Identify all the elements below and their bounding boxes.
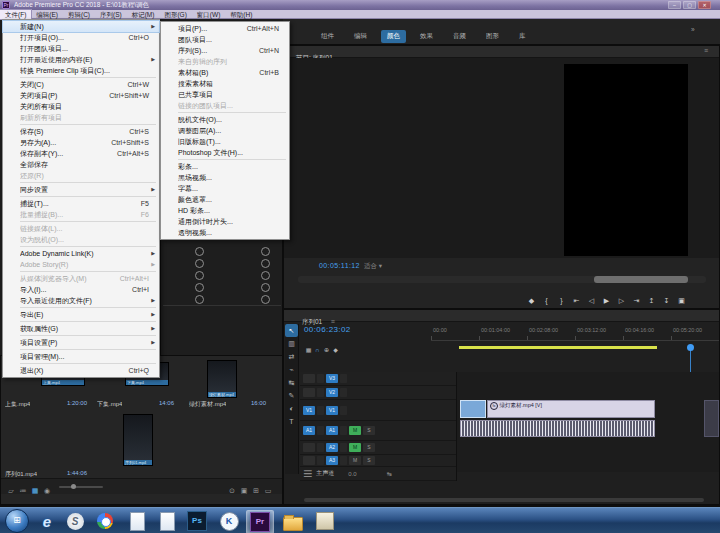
project-item-3[interactable]: 序列01.mp4序列01.mp41:44:06 bbox=[5, 410, 281, 480]
audio-clip[interactable] bbox=[460, 420, 655, 437]
delete-icon[interactable]: ▭ bbox=[262, 487, 274, 495]
menubar-item-5[interactable]: 图形(G) bbox=[159, 10, 191, 19]
source-patch-v3[interactable] bbox=[303, 374, 315, 383]
file-menu-item-open-team-project[interactable]: 打开团队项目... bbox=[3, 43, 159, 54]
track-header-v2[interactable]: V2 bbox=[300, 386, 456, 400]
minimize-button[interactable]: – bbox=[668, 1, 681, 9]
file-menu-item-close-project[interactable]: 关闭项目(P)Ctrl+Shift+W bbox=[3, 90, 159, 101]
file-menu-item-open-project[interactable]: 打开项目(O)...Ctrl+O bbox=[3, 32, 159, 43]
mark-out-icon[interactable]: } bbox=[554, 297, 569, 304]
track-lock-icon[interactable] bbox=[317, 426, 324, 435]
file-menu-item-open-recent[interactable]: 打开最近使用的内容(E)▶ bbox=[3, 54, 159, 65]
mute-button-a2[interactable]: M bbox=[349, 443, 361, 452]
track-target-a1[interactable]: A1 bbox=[326, 426, 338, 435]
track-lock-icon[interactable] bbox=[317, 443, 324, 452]
program-scrollbar-handle[interactable] bbox=[594, 276, 688, 283]
workspace-tab-效果[interactable]: 效果 bbox=[414, 30, 439, 43]
new-submenu-item-hd-bars[interactable]: HD 彩条... bbox=[161, 205, 289, 216]
readonly-toggle-icon[interactable]: ▱ bbox=[5, 487, 17, 495]
pen-tool[interactable]: ✎ bbox=[285, 389, 298, 402]
new-submenu-item-photoshop-file[interactable]: Photoshop 文件(H)... bbox=[161, 147, 289, 158]
add-marker-icon[interactable]: ◆ bbox=[524, 297, 539, 305]
file-menu-item-close-all-projects[interactable]: 关闭所有项目 bbox=[3, 101, 159, 112]
sync-lock-icon[interactable] bbox=[340, 456, 347, 465]
chrome-icon[interactable] bbox=[97, 513, 113, 529]
track-target-a2[interactable]: A2 bbox=[326, 443, 338, 452]
go-to-out-icon[interactable]: ⇥ bbox=[629, 297, 644, 305]
knob-icon[interactable] bbox=[261, 271, 270, 280]
file-menu-item-project-manager[interactable]: 项目管理(M)... bbox=[3, 351, 159, 362]
taskbar-tile-folder-icon[interactable] bbox=[280, 510, 306, 532]
file-menu-item-project-settings[interactable]: 项目设置(P)▶ bbox=[3, 337, 159, 348]
file-menu-item-new[interactable]: 新建(N)▶ bbox=[3, 21, 159, 32]
file-menu-item-import-recent[interactable]: 导入最近使用的文件(F)▶ bbox=[3, 295, 159, 306]
track-lock-icon[interactable] bbox=[317, 406, 324, 415]
nest-toggle-icon[interactable]: ▦ bbox=[304, 346, 313, 353]
new-submenu-item-universal-counting-leader[interactable]: 通用倒计时片头... bbox=[161, 216, 289, 227]
hand-tool[interactable]: ◐ bbox=[285, 402, 298, 415]
photoshop-icon[interactable]: Ps bbox=[187, 511, 207, 531]
track-header-a2[interactable]: A2MS bbox=[300, 441, 456, 455]
file-menu-item-save-copy[interactable]: 保存副本(Y)...Ctrl+Alt+S bbox=[3, 148, 159, 159]
selected-video-clip[interactable] bbox=[460, 400, 486, 418]
workspace-tab-库[interactable]: 库 bbox=[513, 30, 532, 43]
sogou-browser-icon[interactable]: S bbox=[67, 513, 84, 530]
track-header-a3[interactable]: A3MS bbox=[300, 455, 456, 467]
mark-in-icon[interactable]: { bbox=[539, 297, 554, 304]
track-lock-icon[interactable] bbox=[317, 374, 324, 383]
new-submenu-item-search-bin[interactable]: 搜索素材箱 bbox=[161, 78, 289, 89]
panel-menu-icon[interactable]: ≡ bbox=[704, 47, 708, 54]
find-icon[interactable]: ⊙ bbox=[226, 487, 238, 495]
new-bin-icon[interactable]: ▣ bbox=[238, 487, 250, 495]
workspace-tab-音频[interactable]: 音频 bbox=[447, 30, 472, 43]
installer-icon[interactable] bbox=[316, 512, 334, 530]
knob-icon[interactable] bbox=[195, 271, 204, 280]
workspace-tab-组件[interactable]: 组件 bbox=[315, 30, 340, 43]
add-marker-icon[interactable]: ◆ bbox=[331, 346, 340, 353]
video-clip[interactable]: fx 绿灯素材.mp4 [V] bbox=[487, 400, 655, 418]
knob-icon[interactable] bbox=[261, 295, 270, 304]
track-lock-icon[interactable] bbox=[317, 388, 324, 397]
menubar-item-4[interactable]: 标记(M) bbox=[127, 10, 160, 19]
new-submenu-item-transparent-video[interactable]: 透明视频... bbox=[161, 227, 289, 238]
master-track-header[interactable]: ≡主声道0.0↹ bbox=[300, 467, 456, 481]
timeline-timecode[interactable]: 00:06:23:02 bbox=[304, 325, 351, 334]
solo-button-a3[interactable]: S bbox=[363, 456, 375, 465]
start-button[interactable]: ⊞ bbox=[5, 509, 29, 533]
new-submenu-item-adjustment-layer[interactable]: 调整图层(A)... bbox=[161, 125, 289, 136]
menubar-item-7[interactable]: 帮助(H) bbox=[225, 10, 257, 19]
knob-icon[interactable] bbox=[195, 283, 204, 292]
new-submenu-item-legacy-title[interactable]: 旧版标题(T)... bbox=[161, 136, 289, 147]
track-target-v2[interactable]: V2 bbox=[326, 388, 338, 397]
go-to-in-icon[interactable]: ⇤ bbox=[569, 297, 584, 305]
knob-icon[interactable] bbox=[195, 247, 204, 256]
notepad-icon[interactable] bbox=[130, 512, 145, 531]
list-view-icon[interactable]: ≔ bbox=[17, 487, 29, 495]
collapse-tracks-icon[interactable]: ↹ bbox=[387, 470, 392, 477]
file-menu-item-save-all[interactable]: 全部保存 bbox=[3, 159, 159, 170]
taskbar-tile-photoshop-icon[interactable]: Ps bbox=[184, 510, 210, 532]
lift-icon[interactable]: ↥ bbox=[644, 297, 659, 305]
linked-selection-icon[interactable]: ⊕ bbox=[322, 346, 331, 353]
menubar-item-0[interactable]: 文件(F) bbox=[0, 10, 31, 19]
timeline-scrollbar[interactable] bbox=[304, 498, 704, 502]
file-menu-item-save-as[interactable]: 另存为(A)...Ctrl+Shift+S bbox=[3, 137, 159, 148]
play-icon[interactable]: ▶ bbox=[599, 297, 614, 305]
file-menu-item-export[interactable]: 导出(E)▶ bbox=[3, 309, 159, 320]
file-menu-item-convert-premiere-clip[interactable]: 转换 Premiere Clip 项目(C)... bbox=[3, 65, 159, 76]
kmplayer-icon[interactable]: K bbox=[220, 512, 239, 531]
file-menu-item-import[interactable]: 导入(I)...Ctrl+I bbox=[3, 284, 159, 295]
taskbar-tile-premiere-icon[interactable]: Pr bbox=[246, 510, 274, 533]
folder-icon[interactable] bbox=[283, 517, 303, 531]
workspace-tab-编辑[interactable]: 编辑 bbox=[348, 30, 373, 43]
knob-icon[interactable] bbox=[195, 259, 204, 268]
time-ruler[interactable]: 00:0000:01:04:0000:02:08:0000:03:12:0000… bbox=[431, 327, 719, 341]
source-patch-a2[interactable] bbox=[303, 443, 315, 452]
track-target-v1[interactable]: V1 bbox=[326, 406, 338, 415]
taskbar-tile-chrome-icon[interactable] bbox=[92, 510, 118, 532]
project-item-2[interactable]: 绿灯素材.mp4绿灯素材.mp416:00 bbox=[189, 358, 281, 410]
maximize-button[interactable]: ▢ bbox=[683, 1, 696, 9]
menubar-item-1[interactable]: 编辑(E) bbox=[31, 10, 63, 19]
taskbar-tile-installer-icon[interactable] bbox=[312, 510, 338, 532]
mute-button-a1[interactable]: M bbox=[349, 426, 361, 435]
